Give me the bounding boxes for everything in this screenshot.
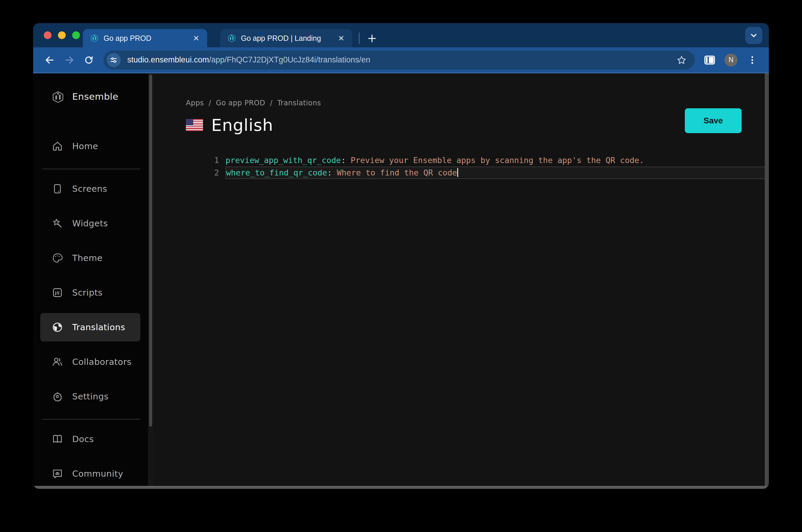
sidebar-item-community[interactable]: Community bbox=[33, 464, 148, 483]
tab-title: Go app PROD bbox=[103, 34, 187, 43]
tab-divider bbox=[359, 33, 360, 44]
sidebar-item-docs[interactable]: Docs bbox=[33, 430, 148, 449]
side-panel-icon[interactable] bbox=[701, 52, 718, 68]
sidebar-item-screens[interactable]: Screens bbox=[33, 179, 148, 198]
tabs: Go app PROD Go app PROD | Lan bbox=[83, 29, 379, 48]
ensemble-favicon-icon bbox=[90, 34, 99, 43]
breadcrumb-apps[interactable]: Apps bbox=[186, 99, 204, 107]
page-body: Ensemble Home Screens bbox=[33, 73, 769, 486]
url-host: studio.ensembleui.com bbox=[127, 55, 209, 64]
page-title: English bbox=[211, 115, 273, 135]
traffic-lights bbox=[44, 23, 80, 48]
url-path: /app/FhQC7J2DjXTg0UcJz84i/translations/e… bbox=[209, 55, 370, 64]
yaml-value: Where to find the QR code bbox=[337, 168, 457, 177]
tab-go-app-prod[interactable]: Go app PROD bbox=[83, 29, 207, 48]
yaml-key: where_to_find_qr_code bbox=[226, 168, 327, 177]
sidebar-item-label: Community bbox=[72, 469, 123, 479]
translations-editor[interactable]: 1 preview_app_with_qr_code: Preview your… bbox=[153, 154, 765, 179]
sidebar-item-label: Widgets bbox=[72, 218, 108, 228]
home-icon bbox=[52, 140, 63, 152]
line-number: 2 bbox=[153, 167, 219, 179]
sidebar-item-settings[interactable]: Settings bbox=[33, 387, 148, 406]
yaml-value: Preview your Ensemble apps by scanning t… bbox=[351, 156, 644, 165]
yaml-separator: : bbox=[327, 168, 337, 177]
sidebar-item-label: Settings bbox=[72, 392, 109, 401]
sidebar-item-label: Collaborators bbox=[72, 357, 131, 367]
breadcrumb-translations: Translations bbox=[277, 99, 321, 107]
avatar-initial: N bbox=[729, 56, 733, 64]
svg-text:JS: JS bbox=[55, 291, 60, 295]
gear-icon bbox=[52, 391, 63, 402]
page-scrollbar[interactable] bbox=[765, 73, 769, 486]
yaml-separator: : bbox=[341, 156, 351, 165]
breadcrumb-go-app-prod[interactable]: Go app PROD bbox=[216, 99, 265, 107]
title-row: English bbox=[186, 115, 765, 135]
sidebar-item-theme[interactable]: Theme bbox=[33, 249, 148, 267]
brand[interactable]: Ensemble bbox=[33, 87, 148, 106]
ensemble-logo-icon bbox=[52, 91, 63, 102]
sidebar-item-home[interactable]: Home bbox=[33, 137, 148, 156]
sidebar-item-label: Docs bbox=[72, 434, 94, 444]
browser-toolbar: studio.ensembleui.com/app/FhQC7J2DjXTg0U… bbox=[33, 48, 769, 73]
url-text[interactable]: studio.ensembleui.com/app/FhQC7J2DjXTg0U… bbox=[127, 55, 673, 64]
sidebar-scrollbar-thumb[interactable] bbox=[149, 75, 152, 427]
sidebar: Ensemble Home Screens bbox=[33, 73, 148, 486]
people-icon bbox=[52, 356, 63, 368]
editor-line-active[interactable]: 2 where_to_find_qr_code: Where to find t… bbox=[153, 167, 765, 179]
forward-button[interactable] bbox=[61, 52, 78, 68]
ensemble-favicon-icon bbox=[227, 34, 236, 43]
browser-window: Go app PROD Go app PROD | Lan bbox=[33, 23, 769, 489]
sidebar-item-scripts[interactable]: JS Scripts bbox=[33, 283, 148, 302]
discord-icon bbox=[52, 468, 63, 480]
theme-icon bbox=[52, 252, 63, 264]
tab-title: Go app PROD | Landing bbox=[241, 34, 332, 43]
sidebar-divider bbox=[42, 419, 140, 420]
breadcrumb-separator: / bbox=[209, 99, 211, 107]
book-icon bbox=[52, 433, 63, 445]
zoom-window-button[interactable] bbox=[72, 31, 80, 39]
scripts-icon: JS bbox=[52, 287, 63, 299]
sidebar-item-label: Scripts bbox=[72, 288, 103, 298]
screens-icon bbox=[52, 183, 63, 195]
editor-line[interactable]: 1 preview_app_with_qr_code: Preview your… bbox=[153, 154, 765, 167]
yaml-key: preview_app_with_qr_code bbox=[226, 156, 341, 165]
address-bar[interactable]: studio.ensembleui.com/app/FhQC7J2DjXTg0U… bbox=[103, 51, 695, 70]
sidebar-item-label: Screens bbox=[72, 184, 107, 194]
new-tab-button[interactable] bbox=[365, 32, 379, 45]
text-cursor bbox=[457, 168, 458, 177]
site-settings-icon[interactable] bbox=[107, 53, 121, 67]
sidebar-scrollbar[interactable] bbox=[148, 73, 153, 486]
minimize-window-button[interactable] bbox=[58, 31, 66, 39]
widgets-icon bbox=[52, 217, 63, 229]
profile-avatar[interactable]: N bbox=[724, 54, 738, 66]
breadcrumb-separator: / bbox=[270, 99, 272, 107]
line-number: 1 bbox=[153, 154, 219, 167]
tab-go-app-prod-landing[interactable]: Go app PROD | Landing bbox=[220, 29, 352, 48]
back-button[interactable] bbox=[41, 52, 58, 68]
save-button[interactable]: Save bbox=[685, 108, 742, 133]
close-window-button[interactable] bbox=[44, 31, 52, 39]
sidebar-item-collaborators[interactable]: Collaborators bbox=[33, 353, 148, 371]
screenshot-stage: Go app PROD Go app PROD | Lan bbox=[0, 0, 802, 532]
brand-label: Ensemble bbox=[72, 91, 118, 102]
tab-search-button[interactable] bbox=[745, 27, 762, 44]
reload-button[interactable] bbox=[80, 52, 97, 68]
window-bottom-edge bbox=[33, 486, 769, 489]
sidebar-item-widgets[interactable]: Widgets bbox=[33, 214, 148, 233]
sidebar-divider bbox=[42, 169, 140, 169]
sidebar-item-translations[interactable]: Translations bbox=[40, 313, 140, 341]
globe-icon bbox=[52, 321, 63, 333]
sidebar-item-label: Theme bbox=[72, 253, 103, 263]
main-content: Apps / Go app PROD / Translations Englis… bbox=[153, 73, 765, 486]
sidebar-item-label: Translations bbox=[72, 322, 125, 332]
breadcrumb: Apps / Go app PROD / Translations bbox=[186, 99, 765, 107]
tab-close-icon[interactable] bbox=[337, 34, 346, 43]
tab-strip: Go app PROD Go app PROD | Lan bbox=[33, 23, 769, 48]
browser-menu-kebab-icon[interactable] bbox=[744, 52, 761, 68]
us-flag-icon bbox=[186, 119, 203, 131]
tab-close-icon[interactable] bbox=[192, 34, 200, 43]
bookmark-star-icon[interactable] bbox=[676, 55, 687, 65]
sidebar-item-label: Home bbox=[72, 141, 98, 151]
